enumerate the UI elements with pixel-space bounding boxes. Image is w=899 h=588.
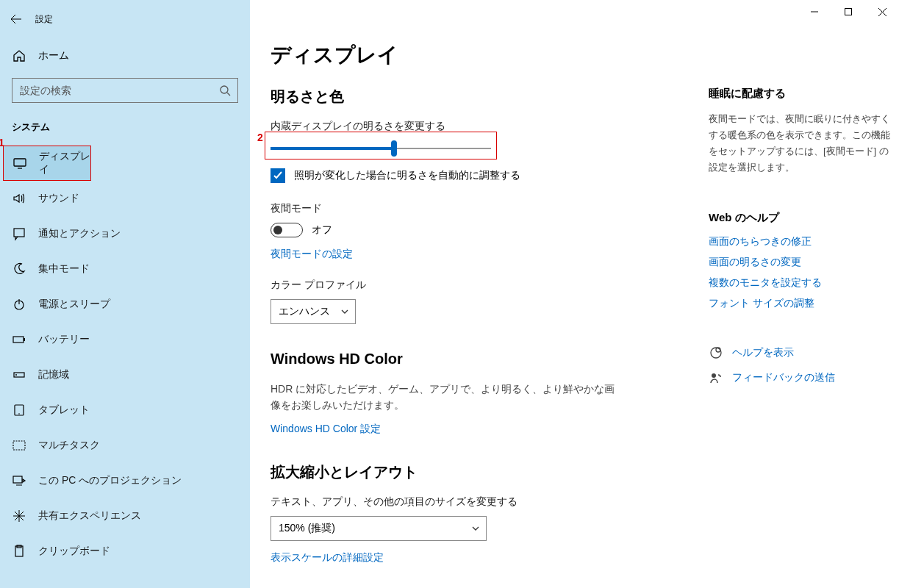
share-icon [12,509,26,523]
page-title: ディスプレイ [271,41,899,69]
sidebar-item-shared[interactable]: 共有エクスペリエンス [0,498,250,534]
svg-point-9 [18,413,20,415]
section-layout-header: 拡大縮小とレイアウト [271,462,682,482]
sidebar: 設定 ホーム システム 1 ディスプレイ サウンド 通知とアクション [0,0,250,588]
tablet-icon [12,403,26,417]
svg-rect-10 [13,441,25,450]
sidebar-item-label: クリップボード [38,545,110,558]
sidebar-item-label: サウンド [38,192,79,205]
search-box[interactable] [12,78,238,103]
search-icon [219,85,231,96]
scale-select[interactable]: 150% (推奨) [271,516,487,541]
sidebar-item-label: 通知とアクション [38,227,121,240]
feedback-icon [709,370,723,385]
night-mode-label: 夜間モード [271,202,682,215]
svg-rect-2 [14,229,24,237]
sidebar-item-label: バッテリー [38,333,90,346]
sidebar-item-label: この PC へのプロジェクション [38,474,182,487]
aside-column: 睡眠に配慮する 夜間モードでは、夜間に眠りに付きやすくする暖色系の色を表示できま… [709,87,897,564]
auto-brightness-checkbox-row[interactable]: 照明が変化した場合に明るさを自動的に調整する [271,168,682,183]
sidebar-item-label: 共有エクスペリエンス [38,509,141,523]
close-icon [878,8,887,16]
auto-brightness-label: 照明が変化した場合に明るさを自動的に調整する [294,169,520,182]
night-mode-state: オフ [312,223,332,237]
scale-label: テキスト、アプリ、その他の項目のサイズを変更する [271,495,682,509]
notifications-icon [12,226,26,241]
hd-settings-link[interactable]: Windows HD Color 設定 [271,423,682,436]
projection-icon [12,473,26,488]
chevron-down-icon [340,307,349,316]
sidebar-item-label: マルチタスク [38,439,100,452]
color-profile-label: カラー プロファイル [271,279,682,292]
brightness-slider[interactable] [271,140,491,157]
multitask-icon [12,438,26,453]
home-icon [12,49,26,63]
svg-rect-14 [845,9,852,15]
battery-icon [12,332,26,347]
sidebar-item-multitask[interactable]: マルチタスク [0,428,250,463]
minimize-icon [811,8,818,15]
svg-rect-11 [13,476,22,483]
sidebar-item-clipboard[interactable]: クリップボード [0,534,250,569]
sidebar-item-notifications[interactable]: 通知とアクション [0,216,250,251]
power-icon [12,297,26,312]
nav-list: 1 ディスプレイ サウンド 通知とアクション 集中モード 電源とスリープ バッテ… [0,146,250,569]
sidebar-item-tablet[interactable]: タブレット [0,392,250,428]
svg-point-17 [712,373,716,378]
maximize-button[interactable] [831,0,865,24]
nav-group-label: システム [0,115,250,146]
sidebar-item-label: ディスプレイ [39,150,90,176]
scale-advanced-link[interactable]: 表示スケールの詳細設定 [271,551,682,564]
web-help-link[interactable]: フォント サイズの調整 [709,297,897,310]
web-help-link[interactable]: 複数のモニタを設定する [709,276,897,290]
night-mode-toggle[interactable] [271,223,303,237]
chevron-down-icon [471,524,480,533]
clipboard-icon [12,544,26,559]
hd-description: HDR に対応したビデオ、ゲーム、アプリで、より明るく、より鮮やかな画像をお楽し… [271,381,623,414]
scale-value: 150% (推奨) [279,522,335,535]
web-help-link[interactable]: 画面の明るさの変更 [709,256,897,269]
titlebar-left: 設定 [0,6,250,32]
content-area: ディスプレイ 明るさと色 内蔵ディスプレイの明るさを変更する 2 照明が変化した… [250,0,899,588]
feedback-link[interactable]: フィードバックの送信 [709,370,897,385]
main-column: 明るさと色 内蔵ディスプレイの明るさを変更する 2 照明が変化した場合に明るさを… [271,87,682,564]
svg-rect-4 [13,337,24,343]
section-brightness-header: 明るさと色 [271,87,682,107]
sleep-title: 睡眠に配慮する [709,87,897,101]
web-help-title: Web のヘルプ [709,211,897,225]
search-input[interactable] [12,78,238,103]
sleep-paragraph: 夜間モードでは、夜間に眠りに付きやすくする暖色系の色を表示できます。この機能をセ… [709,111,897,176]
slider-thumb[interactable] [391,140,397,157]
checkbox-checked-icon[interactable] [271,168,285,183]
window-controls [798,0,899,24]
sidebar-item-battery[interactable]: バッテリー [0,322,250,357]
sidebar-item-storage[interactable]: 記憶域 [0,357,250,392]
svg-rect-5 [24,338,25,341]
app-title: 設定 [35,13,53,26]
sidebar-item-display[interactable]: ディスプレイ [3,146,91,181]
sidebar-item-sound[interactable]: サウンド [0,181,250,216]
minimize-button[interactable] [798,0,831,24]
sidebar-item-label: 集中モード [38,262,90,276]
get-help-link[interactable]: ヘルプを表示 [709,345,897,360]
annotation-box-2 [265,132,497,159]
color-profile-select[interactable]: エンハンス [271,299,356,324]
color-profile-value: エンハンス [279,305,330,318]
web-help-link[interactable]: 画面のちらつきの修正 [709,235,897,248]
sidebar-item-power[interactable]: 電源とスリープ [0,287,250,322]
storage-icon [12,368,26,382]
close-button[interactable] [865,0,899,24]
sidebar-item-projection[interactable]: この PC へのプロジェクション [0,463,250,498]
home-nav[interactable]: ホーム [0,38,250,74]
toggle-thumb [273,226,282,234]
night-mode-settings-link[interactable]: 夜間モードの設定 [271,248,682,261]
svg-point-7 [15,374,17,376]
sound-icon [12,191,26,206]
sidebar-item-label: 電源とスリープ [38,298,110,311]
svg-rect-1 [14,159,26,166]
svg-point-0 [221,86,228,93]
annotation-marker-1: 1 [0,137,4,148]
back-button[interactable] [0,6,32,32]
sidebar-item-focus[interactable]: 集中モード [0,251,250,287]
help-icon [709,345,723,360]
